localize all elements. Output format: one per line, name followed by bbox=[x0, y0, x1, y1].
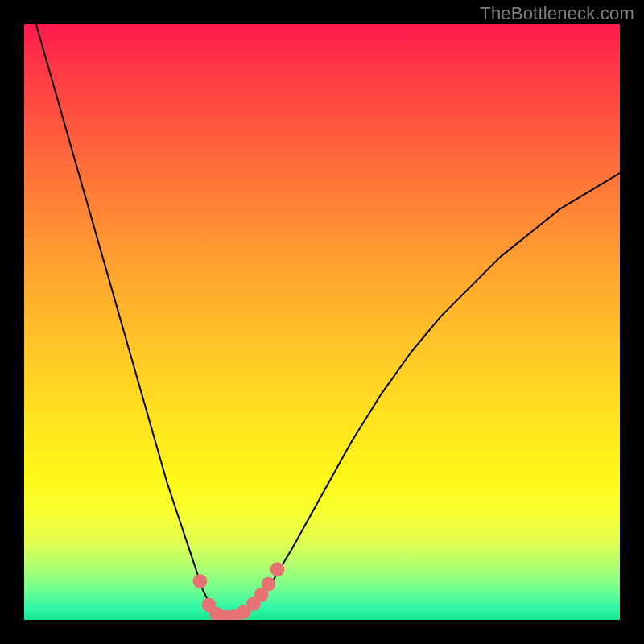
chart-frame: TheBottleneck.com bbox=[0, 0, 644, 644]
curve-marker bbox=[192, 574, 207, 588]
watermark-text: TheBottleneck.com bbox=[480, 3, 634, 24]
curve-marker bbox=[262, 577, 276, 592]
plot-area bbox=[24, 24, 620, 620]
curve-marker bbox=[270, 562, 285, 576]
curve-markers bbox=[24, 24, 620, 620]
